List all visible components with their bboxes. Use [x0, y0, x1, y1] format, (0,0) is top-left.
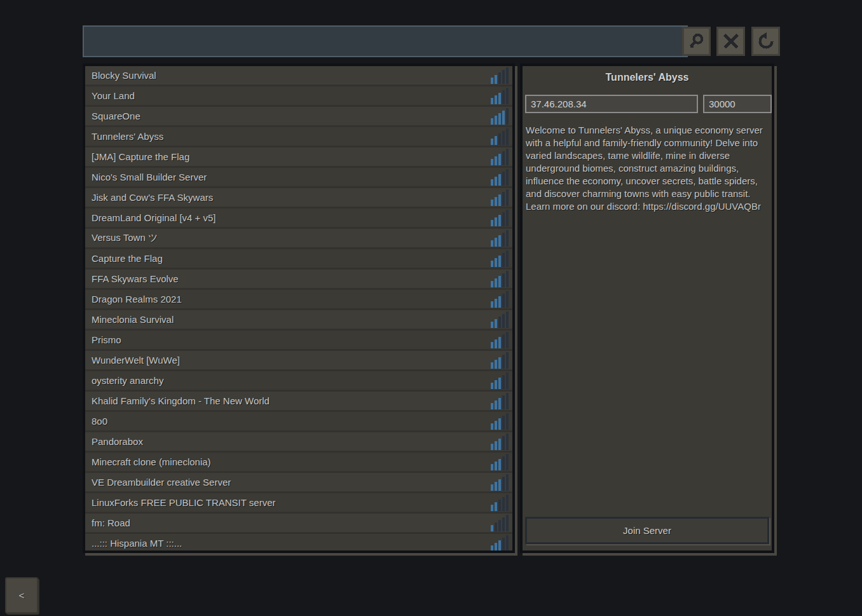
server-name: ...::: Hispania MT :::... — [85, 538, 491, 549]
server-name: oysterity anarchy — [85, 375, 491, 386]
clear-search-button[interactable] — [716, 27, 745, 56]
search-input[interactable] — [83, 25, 688, 57]
server-row[interactable]: Tunnelers' Abyss — [85, 127, 512, 147]
ping-icon — [491, 88, 510, 104]
server-name: fm: Road — [85, 517, 491, 528]
server-name: [JMA] Capture the Flag — [85, 151, 491, 162]
server-name: Prismo — [85, 334, 491, 345]
ping-icon — [491, 311, 510, 328]
server-name: FFA Skywars Evolve — [85, 273, 491, 284]
ping-icon — [491, 291, 510, 308]
server-name: LinuxForks FREE PUBLIC TRANSIT server — [85, 497, 491, 508]
port-field[interactable] — [703, 95, 772, 113]
server-row[interactable]: fm: Road — [85, 514, 512, 534]
ping-icon — [491, 108, 510, 125]
ping-icon — [491, 230, 510, 247]
ping-icon — [491, 393, 510, 409]
refresh-icon — [756, 32, 776, 51]
server-row[interactable]: Your Land — [85, 86, 512, 107]
server-row[interactable]: Prismo — [85, 331, 512, 351]
server-row[interactable]: ...::: Hispania MT :::... — [85, 534, 512, 553]
server-name: Blocky Survival — [85, 70, 491, 81]
server-title: Tunnelers' Abyss — [523, 72, 772, 83]
server-name: Dragon Realms 2021 — [85, 294, 491, 305]
server-row[interactable]: Nico's Small Builder Server — [85, 168, 512, 188]
ping-icon — [491, 332, 510, 348]
server-row[interactable]: DreamLand Original [v4 + v5] — [85, 209, 512, 229]
server-name: SquareOne — [85, 111, 491, 121]
server-row[interactable]: Mineclonia Survival — [85, 310, 512, 331]
server-row[interactable]: Jisk and Cow's FFA Skywars — [85, 188, 512, 209]
server-name: Mineclonia Survival — [85, 314, 491, 325]
server-list[interactable]: Blocky Survival Your Land SquareOne Tunn… — [83, 64, 515, 553]
ping-icon — [491, 271, 510, 287]
close-icon — [722, 32, 741, 51]
refresh-icon-button[interactable] — [751, 27, 780, 56]
ping-icon — [491, 434, 510, 450]
server-name: Nico's Small Builder Server — [85, 172, 491, 182]
server-row[interactable]: Versus Town ツ — [85, 229, 512, 249]
server-row[interactable]: Pandorabox — [85, 432, 512, 453]
ping-icon — [491, 189, 510, 206]
server-name: Your Land — [85, 90, 491, 101]
ping-icon — [491, 210, 510, 226]
server-row[interactable]: FFA Skywars Evolve — [85, 270, 512, 290]
server-name: Khalid Family's Kingdom - The New World — [85, 395, 491, 406]
ping-icon — [491, 454, 510, 470]
search-button[interactable] — [682, 27, 711, 56]
server-name: Capture the Flag — [85, 253, 491, 264]
ping-icon — [491, 128, 510, 145]
back-button[interactable]: < — [5, 577, 38, 613]
ping-icon — [491, 495, 510, 511]
server-name: Jisk and Cow's FFA Skywars — [85, 192, 491, 203]
ping-icon — [491, 250, 510, 267]
server-row[interactable]: VE Dreambuilder creative Server — [85, 473, 512, 493]
server-name: 8o0 — [85, 416, 491, 427]
ping-icon — [491, 149, 510, 165]
ping-icon — [491, 169, 510, 186]
server-row[interactable]: SquareOne — [85, 107, 512, 127]
search-icon — [687, 32, 706, 51]
ping-icon — [491, 474, 510, 491]
server-name: WunderWelt [WuWe] — [85, 355, 491, 366]
server-row[interactable]: Khalid Family's Kingdom - The New World — [85, 392, 512, 412]
server-row[interactable]: WunderWelt [WuWe] — [85, 351, 512, 371]
join-server-button[interactable]: Join Server — [525, 517, 769, 544]
server-name: Minecraft clone (mineclonia) — [85, 456, 491, 467]
server-name: VE Dreambuilder creative Server — [85, 477, 491, 488]
server-row[interactable]: Blocky Survival — [85, 66, 512, 86]
server-name: Versus Town ツ — [85, 232, 491, 244]
server-details-panel: Tunnelers' Abyss Welcome to Tunnelers' A… — [520, 64, 774, 553]
server-row[interactable]: Capture the Flag — [85, 249, 512, 270]
ping-icon — [491, 373, 510, 389]
ping-icon — [491, 413, 510, 430]
server-row[interactable]: Dragon Realms 2021 — [85, 290, 512, 310]
ping-icon — [491, 515, 510, 531]
ping-icon — [491, 67, 510, 84]
ping-icon — [491, 352, 510, 369]
server-name: Tunnelers' Abyss — [85, 131, 491, 142]
server-row[interactable]: oysterity anarchy — [85, 371, 512, 392]
server-description: Welcome to Tunnelers' Abyss, a unique ec… — [526, 124, 774, 213]
server-name: DreamLand Original [v4 + v5] — [85, 212, 491, 223]
server-row[interactable]: [JMA] Capture the Flag — [85, 147, 512, 168]
server-browser-screen: Blocky Survival Your Land SquareOne Tunn… — [0, 0, 862, 616]
server-row[interactable]: Minecraft clone (mineclonia) — [85, 453, 512, 473]
server-row[interactable]: LinuxForks FREE PUBLIC TRANSIT server — [85, 493, 512, 514]
ping-icon — [491, 535, 510, 552]
server-row[interactable]: 8o0 — [85, 412, 512, 432]
server-name: Pandorabox — [85, 436, 491, 447]
address-field[interactable] — [525, 95, 698, 113]
